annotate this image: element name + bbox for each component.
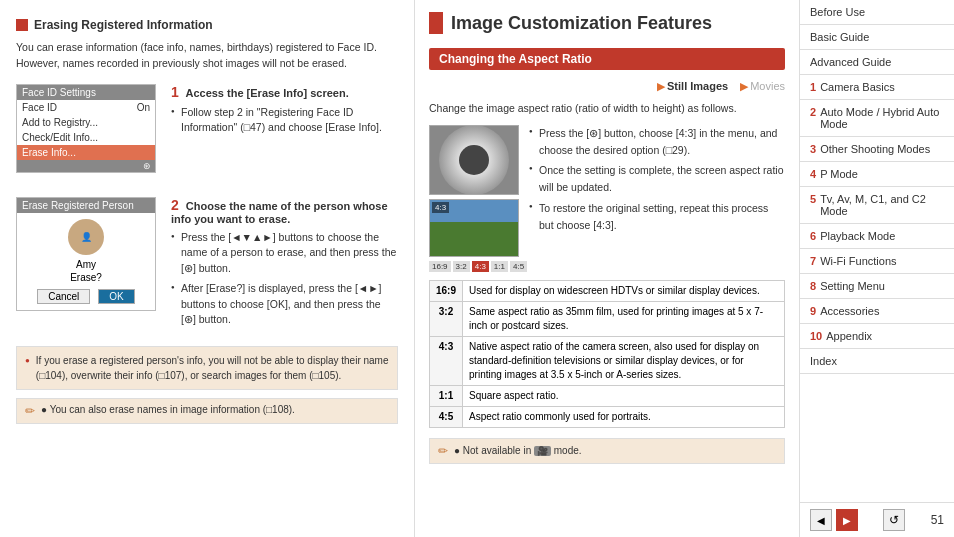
cancel-button[interactable]: Cancel xyxy=(37,289,90,304)
step2-bullet2: After [Erase?] is displayed, press the [… xyxy=(171,281,398,328)
chapter-label: Setting Menu xyxy=(820,280,885,292)
nav-item-camera-basics[interactable]: 1Camera Basics xyxy=(800,75,954,100)
nav-item-tv,-av,-m,-c1,-and-c2-mode[interactable]: 5Tv, Av, M, C1, and C2 Mode xyxy=(800,187,954,224)
ok-button[interactable]: OK xyxy=(98,289,134,304)
nav-item-accessories[interactable]: 9Accessories xyxy=(800,299,954,324)
erase-question: Erase? xyxy=(23,272,149,283)
image-mode-bar: ▶Still Images ▶Movies xyxy=(429,80,785,93)
left-panel: Erasing Registered Information You can e… xyxy=(0,0,415,537)
aspect-table: 16:9Used for display on widescreen HDTVs… xyxy=(429,280,785,428)
camera-dial-graphic xyxy=(439,125,509,195)
face-id-row-check: Check/Edit Info... xyxy=(17,130,155,145)
step2-block: Erase Registered Person 👤 Amy Erase? Can… xyxy=(16,197,398,333)
nav-item-playback-mode[interactable]: 6Playback Mode xyxy=(800,224,954,249)
landscape-container: 4:3 16:9 3:2 4:3 1:1 4:5 xyxy=(429,199,519,272)
step1-left: Face ID Settings Face IDOn Add to Regist… xyxy=(16,84,161,183)
ratio-45: 4:5 xyxy=(510,261,527,272)
section-title-icon xyxy=(16,19,28,31)
camera-dial-image xyxy=(429,125,519,195)
section-title-text: Erasing Registered Information xyxy=(34,18,213,32)
chapter-label: Auto Mode / Hybrid Auto Mode xyxy=(820,106,944,130)
chapter-num: 9 xyxy=(810,305,816,317)
ratio-32: 3:2 xyxy=(453,261,470,272)
chapter-num: 1 xyxy=(810,81,816,93)
desc-cell: Square aspect ratio. xyxy=(463,385,785,406)
nav-item-p-mode[interactable]: 4P Mode xyxy=(800,162,954,187)
step2-number: 2 xyxy=(171,197,179,213)
erase-name: Amy xyxy=(23,259,149,270)
step1-heading-text: Access the [Erase Info] screen. xyxy=(185,87,348,99)
desc-cell: Used for display on widescreen HDTVs or … xyxy=(463,280,785,301)
chapter-label: Camera Basics xyxy=(820,81,895,93)
ratio-cell: 4:5 xyxy=(430,406,463,427)
nav-item-appendix[interactable]: 10Appendix xyxy=(800,324,954,349)
bottom-note-text: ● Not available in 🎥 mode. xyxy=(454,445,582,456)
nav-item-other-shooting-modes[interactable]: 3Other Shooting Modes xyxy=(800,137,954,162)
erase-buttons: Cancel OK xyxy=(23,289,149,304)
ratio-cell: 3:2 xyxy=(430,301,463,336)
nav-plain-item[interactable]: Advanced Guide xyxy=(800,50,954,75)
chapter-label: Accessories xyxy=(820,305,879,317)
erase-dialog-title: Erase Registered Person xyxy=(17,198,155,213)
nav-plain-item[interactable]: Basic Guide xyxy=(800,25,954,50)
face-id-footer: ⊛ xyxy=(17,160,155,172)
avatar: 👤 xyxy=(68,219,104,255)
refresh-button[interactable]: ↺ xyxy=(883,509,905,531)
chapter-label: Appendix xyxy=(826,330,872,342)
step2-left: Erase Registered Person 👤 Amy Erase? Can… xyxy=(16,197,161,333)
chapter-label: Tv, Av, M, C1, and C2 Mode xyxy=(820,193,944,217)
sub-section-bar: Changing the Aspect Ratio xyxy=(429,48,785,70)
step1-number: 1 xyxy=(171,84,179,100)
nav-item-setting-menu[interactable]: 8Setting Menu xyxy=(800,274,954,299)
camera-dial-inner xyxy=(459,145,489,175)
chapter-num: 7 xyxy=(810,255,816,267)
step1-heading: 1 Access the [Erase Info] screen. xyxy=(171,84,398,100)
face-id-title: Face ID Settings xyxy=(17,85,155,100)
note-box-1: ● If you erase a registered person's inf… xyxy=(16,346,398,390)
nav-spacer xyxy=(800,374,954,502)
main-title: Image Customization Features xyxy=(451,13,712,34)
ratio-cell: 4:3 xyxy=(430,336,463,385)
middle-bullet3: To restore the original setting, repeat … xyxy=(529,200,785,234)
erase-dialog-body: 👤 Amy Erase? Cancel OK xyxy=(17,213,155,310)
face-id-row-erase[interactable]: Erase Info... xyxy=(17,145,155,160)
ratio-11: 1:1 xyxy=(491,261,508,272)
image-column: 4:3 16:9 3:2 4:3 1:1 4:5 xyxy=(429,125,519,272)
desc-cell: Native aspect ratio of the camera screen… xyxy=(463,336,785,385)
section-title: Erasing Registered Information xyxy=(16,18,398,32)
intro-text: You can erase information (face info, na… xyxy=(16,40,398,72)
ratio-43: 4:3 xyxy=(472,261,489,272)
step1-bullet1: Follow step 2 in "Registering Face ID In… xyxy=(171,105,398,137)
step1-content: Follow step 2 in "Registering Face ID In… xyxy=(171,105,398,137)
chapter-num: 8 xyxy=(810,280,816,292)
desc-cell: Aspect ratio commonly used for portraits… xyxy=(463,406,785,427)
images-bullets-row: 4:3 16:9 3:2 4:3 1:1 4:5 Press the [⊛] b… xyxy=(429,125,785,272)
step2-heading-text: Choose the name of the person whose info… xyxy=(171,200,388,225)
nav-item-wi-fi-functions[interactable]: 7Wi-Fi Functions xyxy=(800,249,954,274)
page-number: 51 xyxy=(931,513,944,527)
step2-bullet1: Press the [◄▼▲►] buttons to choose the n… xyxy=(171,230,398,277)
nav-arrows: ◀ ▶ xyxy=(810,509,858,531)
chapter-num: 10 xyxy=(810,330,822,342)
next-arrow-button[interactable]: ▶ xyxy=(836,509,858,531)
chapter-num: 4 xyxy=(810,168,816,180)
prev-arrow-button[interactable]: ◀ xyxy=(810,509,832,531)
face-id-row-add: Add to Registry... xyxy=(17,115,155,130)
step2-right: 2 Choose the name of the person whose in… xyxy=(171,197,398,333)
bullets-column: Press the [⊛] button, choose [4:3] in th… xyxy=(529,125,785,272)
nav-plain-item[interactable]: Index xyxy=(800,349,954,374)
desc-cell: Same aspect ratio as 35mm film, used for… xyxy=(463,301,785,336)
nav-plain-item[interactable]: Before Use xyxy=(800,0,954,25)
face-id-row-faceid: Face IDOn xyxy=(17,100,155,115)
ratio-badge: 4:3 xyxy=(432,202,449,213)
table-row: 4:3Native aspect ratio of the camera scr… xyxy=(430,336,785,385)
nav-item-auto-mode-/-hybrid-auto-mode[interactable]: 2Auto Mode / Hybrid Auto Mode xyxy=(800,100,954,137)
main-title-icon xyxy=(429,12,443,34)
ratio-strip: 16:9 3:2 4:3 1:1 4:5 xyxy=(429,261,519,272)
chapter-num: 3 xyxy=(810,143,816,155)
chapter-label: Wi-Fi Functions xyxy=(820,255,896,267)
step1-right: 1 Access the [Erase Info] screen. Follow… xyxy=(171,84,398,183)
middle-panel: Image Customization Features Changing th… xyxy=(415,0,800,537)
bottom-note: ✏ ● Not available in 🎥 mode. xyxy=(429,438,785,464)
step2-content: Press the [◄▼▲►] buttons to choose the n… xyxy=(171,230,398,329)
